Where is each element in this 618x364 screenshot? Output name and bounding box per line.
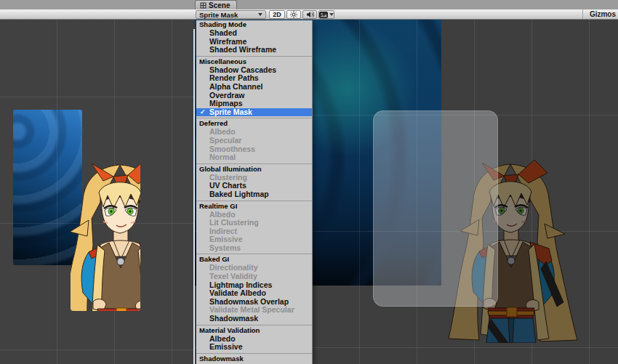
menu-item-label: Smoothness [209,145,255,153]
sun-icon [290,11,297,18]
menu-item-label: Albedo [209,334,236,343]
menu-item-label: Texel Validity [209,272,257,280]
chevron-down-icon [258,13,262,16]
menu-item-label: Systems [209,243,241,252]
menu-item-label: Normal [209,153,236,161]
panel-splitter[interactable] [193,29,195,364]
toggle-2d-button[interactable]: 2D [269,10,285,19]
chevron-down-icon [329,13,334,16]
toggle-2d-label: 2D [273,12,281,18]
menu-item-sprite-mask[interactable]: ✓Sprite Mask [196,108,312,117]
scene-audio-toggle-button[interactable] [302,10,317,19]
menu-item-label: Albedo [209,127,236,136]
menu-item-label: Emissive [209,342,243,351]
menu-item-label: Albedo [209,210,236,219]
menu-item-label: Shadow Cascades [209,65,276,74]
menu-item-systems: Systems [196,244,312,253]
menu-item-label: Shaded Wireframe [209,45,276,54]
menu-item-label: Specular [209,136,241,145]
menu-separator [196,323,312,325]
grid-icon [200,2,206,9]
scene-lighting-toggle-button[interactable] [286,10,301,19]
menu-item-label: Alpha Channel [209,82,263,91]
masked-character-sprite [49,159,191,344]
draw-mode-value: Sprite Mask [199,11,238,19]
left-scene-viewport[interactable] [0,20,194,364]
menu-item-label: Shadowmask [209,314,258,323]
gizmos-label: Gizmos [590,10,616,18]
speaker-icon [306,11,314,18]
menu-separator [196,352,312,354]
menu-item-label: Wireframe [209,37,246,46]
menu-item-baked-lightmap[interactable]: Baked Lightmap [196,190,312,199]
tab-bar: Scene [0,0,618,10]
view-mode-menu: Shading ModeShadedWireframeShaded Wirefr… [196,20,313,364]
menu-item-label: Shadowmask Overlap [209,297,289,306]
menu-item-label: Lightmap Indices [209,280,272,289]
menu-item-label: Sprite Mask [209,108,252,116]
menu-item-shadowmask[interactable]: Shadowmask [196,315,312,323]
image-icon [319,12,328,18]
menu-item-label: Render Paths [209,73,259,82]
sprite-mask-region [373,110,498,307]
tab-title: Scene [209,1,230,9]
menu-item-label: Indirect [209,227,237,235]
draw-mode-dropdown[interactable]: Sprite Mask [196,10,266,19]
menu-item-label: Directionality [209,263,258,272]
menu-item-label: Clustering [209,173,247,182]
menu-item-label: Mipmaps [209,99,243,108]
menu-item-shaded-wireframe[interactable]: Shaded Wireframe [196,46,312,54]
menu-separator [196,54,312,57]
menu-item-label: Emissive [209,235,243,243]
menu-item-label: Overdraw [209,91,244,100]
menu-item-label: Validate Albedo [209,288,266,297]
menu-item-label: Baked Lightmap [209,190,269,198]
menu-item-normal: Normal [196,153,312,162]
menu-separator [196,162,312,164]
menu-separator [196,116,312,118]
menu-separator [196,199,312,201]
menu-item-label: UV Charts [209,181,246,190]
effects-dropdown-button[interactable] [318,10,334,19]
checkmark-icon: ✓ [200,108,206,117]
menu-item-emissive[interactable]: Emissive [196,343,312,352]
menu-separator [196,252,312,254]
menu-item-label: Validate Metal Specular [209,305,294,314]
menu-item-label: Lit Clustering [209,218,259,227]
menu-item-label: Shaded [209,28,237,37]
unity-editor-window: Scene Sprite Mask 2D Gizmos [0,0,618,364]
gizmos-button[interactable]: Gizmos [582,9,618,19]
tab-scene[interactable]: Scene [195,0,237,9]
